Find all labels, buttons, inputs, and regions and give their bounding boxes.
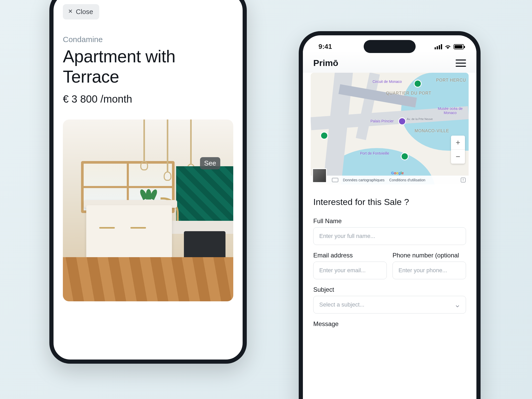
- map-terms-link[interactable]: Conditions d'utilisation: [389, 178, 425, 182]
- email-label: Email address: [313, 252, 387, 259]
- report-map-icon[interactable]: !: [461, 178, 466, 182]
- map-label: PORT HERCU: [436, 78, 466, 83]
- map-label: Port de Fontvieille: [360, 151, 389, 155]
- map-label: Palais Princier: [370, 119, 394, 123]
- zoom-in-button[interactable]: +: [451, 136, 465, 150]
- map-label: Circuit de Monaco: [373, 79, 402, 84]
- device-notch: [364, 40, 416, 53]
- menu-button[interactable]: [456, 59, 466, 67]
- listing-price: € 3 800 /month: [63, 93, 233, 105]
- map-poi-icon[interactable]: [321, 132, 327, 139]
- map-poi-icon[interactable]: [399, 118, 405, 124]
- contact-screen: 9:41 Primō Circuit de Monaco PORT HERCU …: [299, 31, 481, 399]
- map-label: MONACO-VILLE: [415, 129, 449, 133]
- email-input[interactable]: [313, 262, 387, 279]
- listing-detail-screen: Close Condamine Apartment with Terrace €…: [49, 0, 247, 364]
- listing-hero-image[interactable]: See: [63, 119, 233, 301]
- chevron-down-icon: [455, 303, 460, 310]
- google-logo: Google: [391, 171, 404, 175]
- satellite-toggle[interactable]: [312, 168, 327, 183]
- listing-title: Apartment with Terrace: [63, 46, 233, 87]
- location-map[interactable]: Circuit de Monaco PORT HERCU QUARTIER DU…: [311, 73, 469, 184]
- map-zoom-controls: + −: [451, 136, 465, 164]
- form-heading: Interested for this Sale ?: [313, 197, 466, 207]
- app-header: Primō: [303, 51, 476, 73]
- wifi-icon: [445, 44, 451, 50]
- map-data-attribution[interactable]: Données cartographiques: [343, 178, 384, 182]
- map-label: Av. de la Prte Neuve: [407, 117, 433, 121]
- map-label: QUARTIER DU PORT: [386, 91, 431, 96]
- map-attribution: Données cartographiques Google Condition…: [311, 176, 469, 184]
- close-button[interactable]: Close: [63, 4, 99, 19]
- message-label: Message: [313, 320, 466, 328]
- close-icon: [68, 8, 73, 16]
- cellular-icon: [435, 44, 442, 49]
- status-time: 9:41: [318, 43, 332, 51]
- location-eyebrow: Condamine: [63, 35, 233, 44]
- full-name-label: Full Name: [313, 217, 466, 225]
- subject-label: Subject: [313, 286, 466, 293]
- battery-icon: [454, 44, 464, 49]
- phone-label: Phone number (optional: [393, 252, 466, 259]
- subject-select[interactable]: [313, 296, 466, 314]
- map-label: Musée océa de Monaco: [436, 107, 464, 115]
- see-gallery-button[interactable]: See: [200, 157, 220, 169]
- full-name-input[interactable]: [313, 227, 466, 245]
- contact-form: Interested for this Sale ? Full Name Ema…: [303, 184, 476, 328]
- close-button-label: Close: [76, 8, 93, 16]
- map-poi-icon[interactable]: [402, 153, 408, 159]
- zoom-out-button[interactable]: −: [451, 150, 465, 164]
- phone-input[interactable]: [393, 262, 466, 279]
- brand-logo[interactable]: Primō: [313, 58, 338, 68]
- keyboard-shortcuts-icon[interactable]: [332, 178, 338, 182]
- map-poi-icon[interactable]: [415, 81, 421, 87]
